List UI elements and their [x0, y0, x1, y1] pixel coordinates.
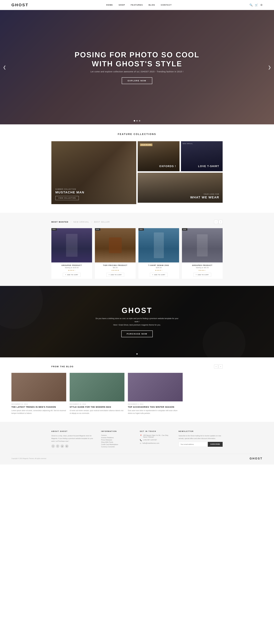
hero-next-button[interactable]: ❯	[268, 65, 271, 70]
collection-whatwewear-name: WHAT WE WEAR	[190, 196, 219, 199]
email-icon: ✉	[140, 442, 141, 444]
add-to-cart-button-4[interactable]: + ADD TO CART	[193, 273, 211, 277]
add-to-cart-button-3[interactable]: + ADD TO CART	[150, 273, 168, 277]
footer-address: 📍 189 Nguyen Ngoc Vu Str., Cau Giay, Han…	[140, 434, 173, 438]
hero-cta-button[interactable]: EXPLORE NOW	[122, 77, 152, 84]
footer-about-text: Ghost is a crisp, clean, product focused…	[51, 434, 96, 442]
product-stars-2: ★★★★★	[97, 269, 134, 271]
header-icons: 🔍 🛒 ⚙	[250, 4, 263, 6]
products-prev-button[interactable]: ‹	[214, 220, 218, 224]
tab-most-wanted[interactable]: MOST WANTED	[51, 221, 68, 223]
hero-dot-1[interactable]	[134, 120, 135, 122]
footer-information: INFORMATION Careers Investor Relations P…	[101, 430, 134, 448]
product-name-4: GROUPED PRODUCT	[184, 264, 221, 266]
blog-post-2-date: DECEMBER 10, 2014	[70, 404, 125, 405]
footer-info-heading: INFORMATION	[101, 430, 134, 432]
product-stars-3: ★★★★☆	[140, 269, 177, 271]
social-twitter[interactable]: t	[51, 444, 55, 448]
products-next-button[interactable]: ›	[219, 220, 223, 224]
footer-link-currency[interactable]: Currency Converter	[101, 446, 134, 448]
footer-contact: GET IN TOUCH 📍 189 Nguyen Ngoc Vu Str., …	[140, 430, 173, 448]
collection-oxfords-name: OXFORDS !	[159, 165, 176, 168]
blog-post-1-date: DECEMBER 12, 2014	[11, 404, 66, 405]
social-instagram[interactable]: in	[65, 444, 68, 448]
nav-features[interactable]: FEATURES	[131, 4, 143, 6]
footer-newsletter-heading: NEWSLETTER	[178, 430, 223, 432]
blog-post-3-excerpt: Duis aute irure dolor in reprehenderit i…	[128, 409, 183, 415]
product-price-4: Starting at: $92.35	[184, 267, 221, 268]
collection-mustache-man[interactable]: SUMMER COLLECTION MUSTACHE MAN VIEW COLL…	[51, 141, 136, 204]
newsletter-subscribe-button[interactable]: SUBSCRIBE	[208, 442, 223, 447]
nav-shop[interactable]: SHOP	[119, 4, 125, 6]
social-facebook[interactable]: f	[56, 444, 59, 448]
products-tabs: MOST WANTED / NEW ARRIVAL / BEST SELLER	[51, 221, 110, 223]
footer-bottom: Copyright © 2015 Magento Themes. All rig…	[11, 454, 263, 460]
footer-link-careers[interactable]: Careers	[101, 434, 134, 436]
product-price-3: $105.25	[140, 267, 177, 268]
product-card-4: NEW GROUPED PRODUCT Starting at: $92.35 …	[182, 228, 223, 279]
blog-post-3-title: TOP ACCESSORIES THIS WINTER SEASON	[128, 406, 183, 408]
blog-prev-button[interactable]: ‹	[214, 364, 218, 368]
collection-oxfords[interactable]: SALE 5% OFF OXFORDS !	[138, 141, 179, 171]
footer-link-press[interactable]: Press Releases	[101, 439, 134, 441]
blog-post-3[interactable]: DECEMBER 8, 2014 TOP ACCESSORIES THIS WI…	[128, 373, 183, 415]
nav-contact[interactable]: CONTACT	[161, 4, 172, 6]
collection-mustache-name: MUSTACHE MAN	[55, 190, 84, 194]
blog-post-3-date: DECEMBER 8, 2014	[128, 404, 183, 405]
footer-email: ✉ hello@mainthemes.com	[140, 442, 173, 444]
hero-dots	[134, 120, 140, 122]
add-to-cart-button-1[interactable]: + ADD TO CART	[63, 273, 81, 277]
blog-post-1-image	[11, 373, 66, 402]
product-image-2: NEW	[95, 228, 136, 262]
collection-love-tshirt[interactable]: NEW ARRIVAL LOVE T-SHIRT	[181, 141, 223, 171]
footer: ABOUT GHOST Ghost is a crisp, clean, pro…	[0, 422, 274, 464]
collection-what-we-wear[interactable]: YOUR LOOK FOR WHAT WE WEAR	[138, 173, 223, 203]
footer-link-investor[interactable]: Investor Relations	[101, 437, 134, 438]
promo-cta-button[interactable]: PURCHASE NOW	[121, 330, 153, 337]
hero-section: ❮ POSING FOR PHOTO SO COOL WITH GHOST'S …	[0, 10, 274, 124]
product-new-badge-2: NEW	[95, 228, 100, 230]
product-image-3: NEW	[138, 228, 179, 262]
footer-contact-heading: GET IN TOUCH	[140, 430, 173, 432]
hero-dot-3[interactable]	[139, 120, 140, 122]
product-card-1: NEW GROUPED PRODUCT Starting at: $150.00…	[51, 228, 92, 279]
nav-blog[interactable]: BLOG	[148, 4, 155, 6]
product-new-badge-3: NEW	[138, 228, 144, 230]
footer-social-icons: t f p in	[51, 444, 96, 448]
search-icon[interactable]: 🔍	[250, 4, 253, 6]
product-image-4: NEW	[182, 228, 223, 262]
oxfords-badge: SALE 5% OFF	[140, 144, 152, 146]
cart-icon[interactable]: 🛒	[255, 4, 258, 6]
product-price-2: $92.35	[97, 267, 134, 268]
product-image-1: NEW	[51, 228, 92, 262]
footer-phone: 📞 (+84) 987 1234 567	[140, 439, 173, 441]
blog-post-2[interactable]: DECEMBER 10, 2014 STYLE GUIDE FOR THE MO…	[70, 373, 125, 415]
product-card-3: NEW T-SHIRT DENIM Z002 $105.25 ★★★★☆ + A…	[138, 228, 179, 279]
social-pinterest[interactable]: p	[60, 444, 64, 448]
blog-section-title: FROM THE BLOG	[51, 366, 74, 368]
phone-icon: 📞	[140, 439, 142, 441]
promo-dot-1[interactable]	[137, 354, 137, 354]
nav-home[interactable]: HOME	[106, 4, 113, 6]
add-to-cart-button-2[interactable]: + ADD TO CART	[106, 273, 124, 277]
footer-link-credit-card[interactable]: Credit Card Marketplace	[101, 444, 134, 445]
blog-post-1[interactable]: DECEMBER 12, 2014 THE LATEST TRENDS IN M…	[11, 373, 66, 415]
collections-grid: SUMMER COLLECTION MUSTACHE MAN VIEW COLL…	[51, 141, 223, 204]
site-logo: GHOST	[11, 3, 28, 7]
blog-next-button[interactable]: ›	[219, 364, 223, 368]
tab-new-arrival[interactable]: NEW ARRIVAL	[74, 221, 89, 223]
product-new-badge-1: NEW	[51, 228, 57, 230]
hero-dot-2[interactable]	[136, 120, 138, 122]
footer-link-shop-points[interactable]: Shop With Points	[101, 441, 134, 443]
settings-icon[interactable]: ⚙	[260, 4, 263, 6]
footer-about: ABOUT GHOST Ghost is a crisp, clean, pro…	[51, 430, 96, 448]
collection-mustache-btn[interactable]: VIEW COLLECTION	[55, 196, 79, 200]
promo-dots	[137, 354, 137, 354]
promo-description: Do you have a clothing store so cool, so…	[94, 317, 180, 326]
hero-prev-button[interactable]: ❮	[3, 65, 6, 70]
collection-tshirt-name: LOVE T-SHIRT	[198, 165, 219, 168]
tab-best-seller[interactable]: BEST SELLER	[94, 221, 110, 223]
footer-about-heading: ABOUT GHOST	[51, 430, 96, 432]
blog-post-2-title: STYLE GUIDE FOR THE MODERN MAN	[70, 406, 125, 408]
newsletter-email-input[interactable]	[178, 442, 208, 447]
